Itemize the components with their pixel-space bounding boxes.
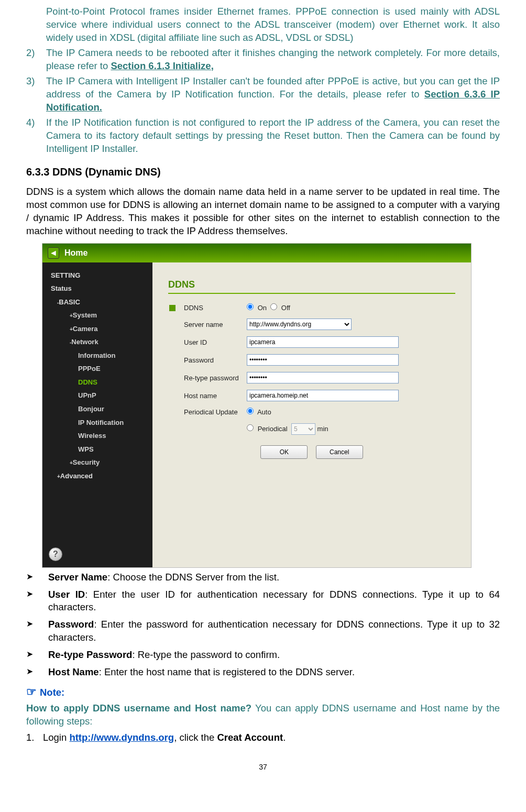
list-number-3: 3) [26, 75, 46, 114]
field-user-id-desc: : Enter the user ID for authentication n… [48, 589, 500, 613]
list-item-3: The IP Camera with Intelligent IP Instal… [46, 75, 500, 114]
sidebar-status[interactable]: Status [42, 282, 152, 295]
select-server-name[interactable]: http://www.dyndns.org [247, 319, 352, 330]
howto-step-1: 1. Login http://www.dyndns.org, click th… [26, 731, 500, 744]
sidebar-information[interactable]: Information [42, 349, 152, 363]
list-number-4: 4) [26, 116, 46, 156]
sidebar-ddns[interactable]: DDNS [42, 376, 152, 389]
radio-auto[interactable] [247, 408, 254, 414]
input-host-name[interactable] [247, 390, 399, 401]
sidebar-advanced[interactable]: +Advanced [42, 469, 152, 483]
input-retype-password[interactable] [247, 372, 399, 383]
label-server-name: Server name [168, 320, 247, 330]
field-retype-password: Re-type Password [48, 649, 132, 660]
hand-point-icon: ☞ [26, 685, 37, 698]
numbered-list: Point-to-Point Protocol frames insider E… [26, 5, 500, 156]
field-host-name-desc: : Enter the host name that is registered… [99, 666, 355, 677]
cancel-button[interactable]: Cancel [316, 445, 363, 459]
help-icon[interactable]: ? [49, 547, 62, 561]
bullet-icon: ➤ [26, 571, 48, 584]
sidebar-network[interactable]: -Network [42, 335, 152, 349]
field-password: Password [48, 619, 94, 630]
list-item-4: If the IP Notification function is not c… [46, 116, 500, 156]
label-user-id: User ID [168, 338, 247, 347]
howto-steps: 1. Login http://www.dyndns.org, click th… [26, 731, 500, 744]
bullet-icon: ➤ [26, 588, 48, 615]
ddns-fields-list: ➤ Server Name: Choose the DDNS Server fr… [26, 571, 500, 679]
field-host-name: Host Name [48, 666, 99, 677]
step1-c: Creat Account [217, 732, 283, 743]
step1-a: Login [43, 732, 69, 743]
sidebar-system[interactable]: +System [42, 309, 152, 322]
panel-title: DDNS [168, 278, 455, 294]
bullet-icon: ➤ [26, 618, 48, 644]
radio-auto-label[interactable]: Auto [247, 408, 271, 417]
bullet-icon: ➤ [26, 649, 48, 662]
sidebar-wireless[interactable]: Wireless [42, 429, 152, 443]
sidebar-basic[interactable]: -BASIC [42, 295, 152, 309]
step1-b: , click the [174, 732, 217, 743]
field-server-name-desc: : Choose the DDNS Server from the list. [107, 572, 279, 583]
field-server-name: Server Name [48, 572, 107, 583]
list-number-blank [26, 5, 46, 45]
back-arrow-icon[interactable]: ◄ [48, 247, 59, 259]
label-password: Password [168, 356, 247, 365]
ok-button[interactable]: OK [260, 445, 308, 459]
field-password-desc: : Enter the password for authentication … [48, 619, 500, 643]
radio-periodical-label[interactable]: Periodical [247, 424, 288, 434]
select-interval[interactable]: 5 [291, 423, 315, 435]
radio-off-label[interactable]: Off [270, 303, 290, 313]
label-min: min [317, 424, 328, 434]
top-paragraph: Point-to-Point Protocol frames insider E… [46, 5, 500, 45]
sidebar-camera[interactable]: +Camera [42, 322, 152, 336]
radio-on-label[interactable]: On [247, 303, 267, 313]
sidebar: SETTING Status -BASIC +System +Camera -N… [42, 262, 152, 567]
label-ddns: DDNS [184, 303, 247, 313]
sidebar-upnp[interactable]: UPnP [42, 389, 152, 402]
sidebar-pppoe[interactable]: PPPoE [42, 362, 152, 376]
input-password[interactable] [247, 354, 399, 366]
sidebar-bonjour[interactable]: Bonjour [42, 402, 152, 416]
page-number: 37 [26, 762, 500, 772]
note-heading: ☞Note: [26, 684, 500, 700]
sidebar-security[interactable]: +Security [42, 456, 152, 469]
howto-paragraph: How to apply DDNS username and Host name… [26, 702, 500, 728]
home-label[interactable]: Home [64, 247, 87, 259]
sidebar-ipnotification[interactable]: IP Notification [42, 416, 152, 430]
home-bar: ◄ Home [42, 244, 471, 262]
radio-off[interactable] [270, 303, 277, 310]
note-label: Note: [40, 687, 64, 698]
list-number-2: 2) [26, 47, 46, 73]
input-user-id[interactable] [247, 336, 399, 348]
row-marker-icon [169, 305, 176, 311]
ddns-settings-screenshot: ◄ Home SETTING Status -BASIC +System +Ca… [42, 243, 472, 568]
radio-on[interactable] [247, 303, 254, 310]
link-dyndns[interactable]: http://www.dyndns.org [69, 732, 174, 743]
list-item-2: The IP Camera needs to be rebooted after… [46, 47, 500, 73]
link-section-6-1-3[interactable]: Section 6.1.3 Initialize, [111, 60, 213, 71]
step-number-1: 1. [26, 731, 43, 744]
label-host-name: Host name [168, 391, 247, 401]
field-user-id: User ID [48, 589, 85, 600]
section-heading-6-3-3: 6.3.3 DDNS (Dynamic DNS) [26, 165, 500, 179]
sidebar-wps[interactable]: WPS [42, 443, 152, 456]
sidebar-setting: SETTING [42, 269, 152, 282]
howto-question: How to apply DDNS username and Host name… [26, 703, 251, 714]
radio-periodical[interactable] [247, 424, 254, 431]
step1-d: . [283, 732, 286, 743]
label-periodical-update: Periodical Update [168, 408, 247, 417]
ddns-description: DDNS is a system which allows the domain… [26, 185, 500, 238]
main-panel: DDNS DDNS On Off Server name http://www.… [152, 262, 471, 567]
bullet-icon: ➤ [26, 666, 48, 679]
label-retype-password: Re-type password [168, 374, 247, 383]
field-retype-password-desc: : Re-type the password to confirm. [132, 649, 280, 660]
